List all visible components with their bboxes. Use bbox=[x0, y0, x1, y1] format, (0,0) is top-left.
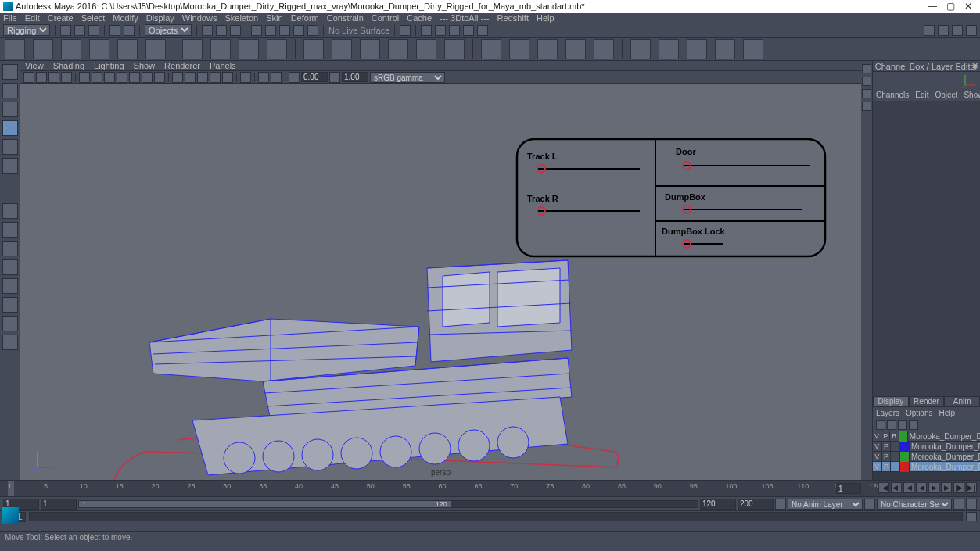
menu-file[interactable]: File bbox=[3, 13, 17, 23]
select-tool[interactable] bbox=[2, 64, 18, 80]
render-settings-icon[interactable] bbox=[449, 25, 460, 36]
snap-plane-icon[interactable] bbox=[293, 25, 304, 36]
view-menu-show[interactable]: Show bbox=[134, 61, 156, 70]
menu-create[interactable]: Create bbox=[48, 13, 74, 23]
command-input[interactable] bbox=[29, 512, 963, 521]
vp-bookmark-icon[interactable] bbox=[48, 72, 59, 83]
vp-wireframe-icon[interactable] bbox=[172, 72, 183, 83]
layer-row[interactable]: VPRMorooka_Dumper_Dirty bbox=[873, 431, 980, 442]
vp-gamma-icon[interactable] bbox=[329, 72, 340, 83]
save-scene-icon[interactable] bbox=[88, 25, 99, 36]
shelf-constraint-5-icon[interactable] bbox=[416, 39, 436, 59]
layout-outliner-icon[interactable] bbox=[2, 297, 18, 313]
layer-row[interactable]: VPMorooka_Dumper_Dir bbox=[873, 452, 980, 462]
minimize-button[interactable]: — bbox=[928, 1, 937, 12]
layer-tab-render[interactable]: Render bbox=[909, 396, 945, 407]
vp-xray-joints-icon[interactable] bbox=[271, 72, 282, 83]
layer-visible-toggle[interactable]: V bbox=[873, 462, 882, 472]
vp-isolate-icon[interactable] bbox=[240, 72, 251, 83]
auto-key-icon[interactable] bbox=[775, 499, 786, 510]
layer-type-toggle[interactable] bbox=[891, 462, 900, 472]
layer-visible-toggle[interactable]: V bbox=[873, 431, 881, 442]
range-slider[interactable]: 1 120 bbox=[78, 500, 698, 508]
layer-move-down-icon[interactable] bbox=[887, 420, 896, 430]
vp-lights-icon[interactable] bbox=[210, 72, 221, 83]
shelf-skin-icon[interactable] bbox=[89, 39, 109, 59]
range-end-outer[interactable] bbox=[738, 499, 774, 510]
layer-playback-toggle[interactable]: P bbox=[882, 462, 892, 472]
shelf-hair-3-icon[interactable] bbox=[687, 39, 707, 59]
go-to-end-button[interactable]: ▶| bbox=[966, 482, 977, 493]
vp-gate-mask-icon[interactable] bbox=[117, 72, 127, 83]
vp-image-plane-icon[interactable] bbox=[61, 72, 72, 83]
snap-grid-icon[interactable] bbox=[251, 25, 262, 36]
move-tool[interactable] bbox=[2, 120, 18, 136]
ipr-render-icon[interactable] bbox=[435, 25, 446, 36]
current-frame-field-right[interactable] bbox=[836, 483, 861, 494]
vp-safe-action-icon[interactable] bbox=[142, 72, 153, 83]
channel-box-tab-icon[interactable] bbox=[862, 89, 871, 98]
playback-prefs-icon[interactable] bbox=[953, 499, 964, 510]
play-forward-button[interactable]: ▶ bbox=[928, 482, 939, 493]
open-scene-icon[interactable] bbox=[74, 25, 85, 36]
cb-menu-edit[interactable]: Edit bbox=[915, 91, 928, 99]
shelf-hair-2-icon[interactable] bbox=[659, 39, 679, 59]
layer-menu-options[interactable]: Options bbox=[906, 409, 932, 417]
layer-new-empty-icon[interactable] bbox=[898, 420, 907, 430]
snap-curve-icon[interactable] bbox=[265, 25, 276, 36]
view-menu-view[interactable]: View bbox=[25, 61, 44, 70]
vp-shaded-icon[interactable] bbox=[185, 72, 196, 83]
close-button[interactable]: ✕ bbox=[964, 1, 972, 12]
maximize-button[interactable]: ▢ bbox=[946, 1, 955, 12]
shelf-paint-icon[interactable] bbox=[117, 39, 138, 59]
hypershade-icon[interactable] bbox=[463, 25, 474, 36]
snap-live-icon[interactable] bbox=[307, 25, 318, 36]
shelf-muscle-2-icon[interactable] bbox=[509, 39, 529, 59]
gamma-input[interactable] bbox=[342, 72, 368, 82]
vp-resolution-gate-icon[interactable] bbox=[104, 72, 115, 83]
menu-control[interactable]: Control bbox=[372, 13, 399, 23]
undo-icon[interactable] bbox=[109, 25, 120, 36]
view-menu-panels[interactable]: Panels bbox=[210, 61, 236, 70]
paint-select-tool[interactable] bbox=[2, 102, 18, 117]
vp-camera-attr-icon[interactable] bbox=[36, 72, 47, 83]
panel-layout-3-icon[interactable] bbox=[952, 25, 963, 36]
shelf-hair-1-icon[interactable] bbox=[630, 39, 651, 59]
layer-scrollbar[interactable] bbox=[873, 472, 980, 480]
shelf-joint-icon[interactable] bbox=[33, 39, 53, 59]
workspace-dropdown[interactable]: Rigging bbox=[3, 24, 50, 36]
vp-grid-icon[interactable] bbox=[79, 72, 90, 83]
menu-3dtoall[interactable]: --- 3DtoAll --- bbox=[440, 13, 490, 23]
vp-exposure-icon[interactable] bbox=[289, 72, 300, 83]
script-editor-icon[interactable] bbox=[966, 512, 977, 521]
layout-single-icon[interactable] bbox=[2, 203, 18, 219]
layout-two-stack-icon[interactable] bbox=[2, 259, 18, 275]
shelf-ik-icon[interactable] bbox=[61, 39, 81, 59]
layer-playback-toggle[interactable]: P bbox=[882, 442, 892, 452]
layer-move-up-icon[interactable] bbox=[876, 420, 885, 430]
cb-menu-show[interactable]: Show bbox=[964, 91, 980, 99]
no-live-surface-label[interactable]: No Live Surface bbox=[328, 26, 389, 35]
menu-display[interactable]: Display bbox=[146, 13, 174, 23]
panel-layout-1-icon[interactable] bbox=[924, 25, 935, 36]
shelf-constraint-1-icon[interactable] bbox=[303, 39, 324, 59]
layer-color-swatch[interactable] bbox=[899, 431, 908, 442]
time-slider[interactable]: 1510152025303540455055606570758085909510… bbox=[0, 480, 980, 497]
shelf-constraint-3-icon[interactable] bbox=[360, 39, 380, 59]
play-back-button[interactable]: ◀ bbox=[916, 482, 927, 493]
vp-shadows-icon[interactable] bbox=[222, 72, 233, 83]
shelf-hair-4-icon[interactable] bbox=[715, 39, 735, 59]
attribute-editor-tab-icon[interactable] bbox=[862, 64, 871, 73]
cb-menu-object[interactable]: Object bbox=[935, 91, 958, 99]
layer-menu-layers[interactable]: Layers bbox=[876, 409, 899, 417]
layer-type-toggle[interactable] bbox=[891, 452, 900, 462]
cb-menu-channels[interactable]: Channels bbox=[876, 91, 909, 99]
menu-redshift[interactable]: Redshift bbox=[497, 13, 529, 23]
layer-type-toggle[interactable]: R bbox=[890, 431, 899, 442]
layer-color-swatch[interactable] bbox=[900, 462, 910, 472]
layer-playback-toggle[interactable]: P bbox=[881, 431, 890, 442]
anim-layer-dropdown[interactable]: No Anim Layer bbox=[788, 499, 863, 510]
shelf-hair-5-icon[interactable] bbox=[743, 39, 763, 59]
channel-box-close-icon[interactable]: ✕ bbox=[971, 61, 978, 71]
layer-row[interactable]: VPMorooka_Dumper_Dir bbox=[873, 462, 980, 472]
